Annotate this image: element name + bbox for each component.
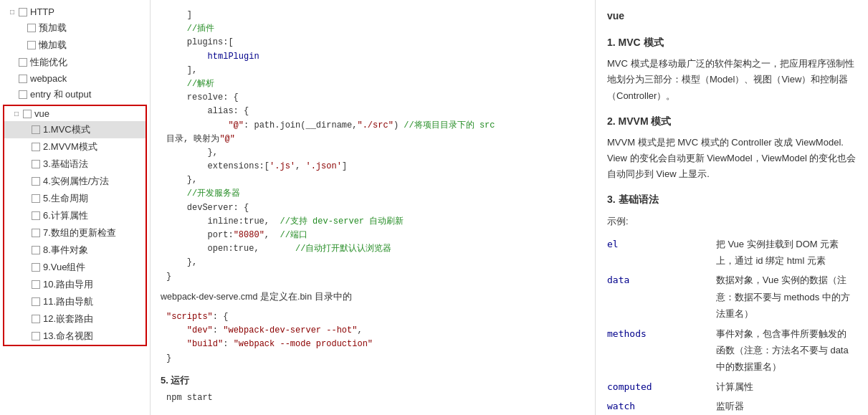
sidebar-item-vue-lifecycle[interactable]: □ 5.生命周期	[4, 190, 146, 207]
sidebar-item-vue[interactable]: □ vue	[4, 106, 146, 121]
checkbox-vue-router[interactable]	[32, 280, 40, 289]
sidebar-item-label: 8.事件对象	[43, 244, 88, 257]
prop-desc: 数据对象，Vue 实例的数据（注意：数据不要与 methods 中的方法重名）	[716, 270, 857, 323]
table-row: data数据对象，Vue 实例的数据（注意：数据不要与 methods 中的方法…	[607, 270, 857, 323]
checkbox-entry-output[interactable]	[19, 90, 27, 99]
sidebar-item-label: 7.数组的更新检查	[43, 226, 116, 239]
sidebar-item-label: 10.路由导用	[43, 278, 93, 291]
sidebar-item-label: 性能优化	[30, 56, 67, 69]
checkbox-vue-nested[interactable]	[32, 315, 40, 323]
sidebar-item-vue-instance[interactable]: □ 4.实例属性/方法	[4, 173, 146, 190]
prop-key: data	[607, 270, 716, 323]
sidebar-item-label: 13.命名视图	[43, 330, 93, 343]
checkbox-vue-instance[interactable]	[32, 177, 40, 186]
checkbox-http[interactable]	[19, 8, 27, 16]
prop-key: el	[607, 234, 716, 271]
checkbox-vue-lifecycle[interactable]	[32, 194, 40, 203]
checkbox-preload[interactable]	[27, 24, 36, 32]
sidebar-item-label: 2.MVVM模式	[43, 140, 97, 153]
checkbox-vue-mvvm[interactable]	[32, 143, 40, 151]
sidebar-item-vue-component[interactable]: □ 9.Vue组件	[4, 259, 146, 276]
table-row: methods事件对象，包含事件所要触发的函数（注意：方法名不要与 data 中…	[607, 324, 857, 377]
vue-section: □ vue □ 1.MVC模式 □ 2.MVVM模式 □ 3.基础语法 □ 4.…	[3, 105, 147, 346]
sidebar-item-vue-router[interactable]: □ 10.路由导用	[4, 276, 146, 293]
npm-start-text: npm start	[166, 391, 585, 405]
section-mvc-content: MVC 模式是移动最广泛的软件架构之一，把应用程序强制性地划分为三部分：模型（M…	[607, 56, 857, 103]
middle-panel: ] //插件 plugins:[ htmlPlugin ], //解析 reso…	[151, 0, 596, 415]
checkbox-vue-mvc[interactable]	[32, 125, 40, 134]
sidebar-item-vue-array[interactable]: □ 7.数组的更新检查	[4, 224, 146, 242]
webpack-desc: webpack-dev-serve.cmd 是定义在.bin 目录中的	[161, 290, 585, 305]
npm-start-block: npm start	[161, 391, 585, 405]
sidebar-item-entry-output[interactable]: □ entry 和 output	[0, 86, 150, 103]
checkbox-vue-computed[interactable]	[32, 211, 40, 220]
checkbox-webpack[interactable]	[19, 75, 27, 83]
sidebar-item-label: 9.Vue组件	[43, 261, 86, 274]
table-row: watch监听器	[607, 396, 857, 415]
sidebar-item-vue-event[interactable]: □ 8.事件对象	[4, 242, 146, 259]
sidebar-item-label: HTTP	[30, 6, 54, 17]
code-text: ] //插件 plugins:[ htmlPlugin ], //解析 reso…	[166, 9, 585, 284]
checkbox-vue-named[interactable]	[32, 332, 40, 340]
props-table: el把 Vue 实例挂载到 DOM 元素上，通过 id 绑定 html 元素da…	[607, 234, 857, 415]
checkbox-lazyload[interactable]	[27, 41, 36, 49]
sidebar-item-vue-nested[interactable]: □ 12.嵌套路由	[4, 310, 146, 328]
sidebar: □ HTTP □ 预加载 □ 懒加载 □ 性能优化 □ webpack □ en…	[0, 0, 151, 415]
vue-title: vue	[607, 7, 857, 25]
prop-key: computed	[607, 377, 716, 396]
sidebar-item-label: 1.MVC模式	[43, 123, 90, 136]
sidebar-item-vue-nav[interactable]: □ 11.路由导航	[4, 293, 146, 310]
prop-desc: 监听器	[716, 396, 857, 415]
sidebar-item-label: 11.路由导航	[43, 295, 93, 308]
sidebar-item-vue-computed[interactable]: □ 6.计算属性	[4, 207, 146, 224]
checkbox-vue-array[interactable]	[32, 229, 40, 237]
code-block-main: ] //插件 plugins:[ htmlPlugin ], //解析 reso…	[161, 9, 585, 284]
prop-key: methods	[607, 324, 716, 377]
checkbox-vue[interactable]	[23, 110, 32, 118]
sidebar-item-webpack[interactable]: □ webpack	[0, 71, 150, 86]
section5-title: 5. 运行	[161, 373, 585, 388]
prop-desc: 事件对象，包含事件所要触发的函数（注意：方法名不要与 data 中的数据重名）	[716, 324, 857, 377]
sidebar-item-label: 懒加载	[39, 39, 67, 52]
sidebar-item-label: 4.实例属性/方法	[43, 175, 109, 188]
table-row: computed计算属性	[607, 377, 857, 396]
sidebar-item-label: 预加载	[39, 22, 67, 34]
sidebar-item-vue-syntax[interactable]: □ 3.基础语法	[4, 156, 146, 173]
sidebar-item-vue-mvvm[interactable]: □ 2.MVVM模式	[4, 138, 146, 156]
scripts-block: "scripts": { "dev": "webpack-dev-server …	[161, 310, 585, 366]
sidebar-item-http[interactable]: □ HTTP	[0, 4, 150, 19]
checkbox-vue-nav[interactable]	[32, 297, 40, 306]
arrow-icon: □	[10, 8, 17, 16]
sidebar-item-lazyload[interactable]: □ 懒加载	[0, 37, 150, 54]
prop-desc: 计算属性	[716, 377, 857, 396]
sidebar-item-label: 5.生命周期	[43, 192, 88, 205]
sidebar-item-vue-named[interactable]: □ 13.命名视图	[4, 328, 146, 345]
sidebar-item-label: webpack	[30, 73, 67, 84]
example-label: 示例:	[607, 213, 857, 229]
section-mvvm-content: MVVM 模式是把 MVC 模式的 Controller 改成 ViewMode…	[607, 135, 857, 182]
sidebar-item-label: 6.计算属性	[43, 209, 88, 222]
sidebar-item-perf[interactable]: □ 性能优化	[0, 54, 150, 71]
sidebar-item-label: vue	[34, 108, 49, 119]
sidebar-item-label: 12.嵌套路由	[43, 313, 93, 325]
checkbox-vue-component[interactable]	[32, 263, 40, 272]
sidebar-item-label: entry 和 output	[30, 88, 91, 101]
checkbox-vue-syntax[interactable]	[32, 160, 40, 168]
prop-key: watch	[607, 396, 716, 415]
table-row: el把 Vue 实例挂载到 DOM 元素上，通过 id 绑定 html 元素	[607, 234, 857, 271]
arrow-icon: □	[14, 110, 22, 118]
checkbox-perf[interactable]	[19, 58, 27, 67]
sidebar-item-vue-mvc[interactable]: □ 1.MVC模式	[4, 121, 146, 138]
prop-desc: 把 Vue 实例挂载到 DOM 元素上，通过 id 绑定 html 元素	[716, 234, 857, 271]
sidebar-item-label: 3.基础语法	[43, 158, 88, 171]
scripts-text: "scripts": { "dev": "webpack-dev-server …	[166, 310, 585, 366]
checkbox-vue-event[interactable]	[32, 246, 40, 254]
section-mvvm-title: 2. MVVM 模式	[607, 113, 857, 130]
section-mvc-title: 1. MVC 模式	[607, 34, 857, 52]
right-panel: vue 1. MVC 模式 MVC 模式是移动最广泛的软件架构之一，把应用程序强…	[596, 0, 868, 415]
sidebar-item-preload[interactable]: □ 预加载	[0, 19, 150, 37]
section-syntax-title: 3. 基础语法	[607, 191, 857, 209]
